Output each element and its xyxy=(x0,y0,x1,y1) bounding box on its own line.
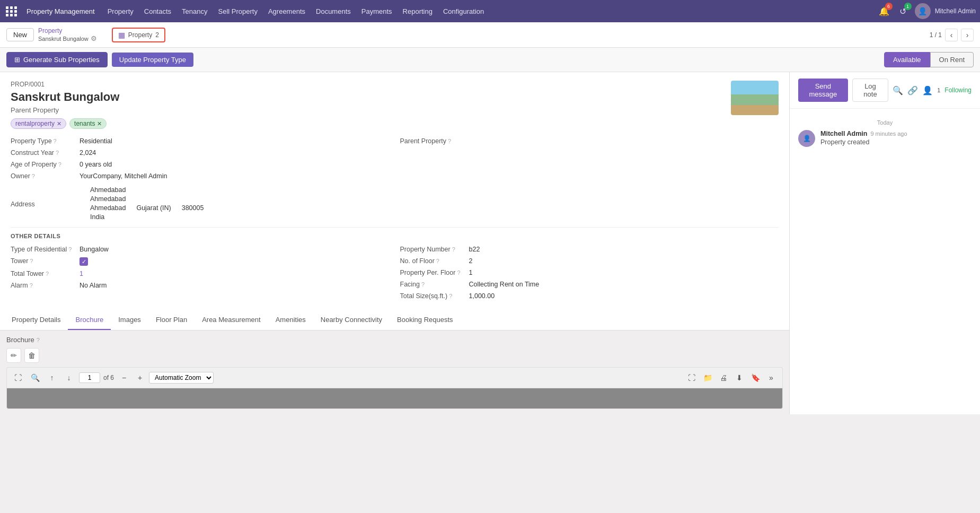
send-message-button[interactable]: Send message xyxy=(798,79,848,102)
total-tower-help[interactable]: ? xyxy=(46,271,49,277)
nav-item-tenancy[interactable]: Tenancy xyxy=(176,0,213,22)
breadcrumb-parent[interactable]: Property xyxy=(38,27,97,34)
pencil-icon: ✏ xyxy=(11,351,17,360)
pdf-print-button[interactable]: 🖨 xyxy=(717,371,730,385)
address-section: Address Ahmedabad Ahmedabad Ahmedabad Gu… xyxy=(11,186,779,221)
pdf-fullscreen-button[interactable]: ⛶ xyxy=(11,371,25,385)
user-avatar[interactable]: 👤 xyxy=(915,3,931,19)
tower-row: Tower ? ✓ xyxy=(11,255,390,268)
address-line2: Ahmedabad xyxy=(90,195,204,203)
log-note-button[interactable]: Log note xyxy=(852,79,888,102)
address-line1: Ahmedabad xyxy=(90,186,204,194)
tab-brochure[interactable]: Brochure xyxy=(68,310,111,330)
no-of-floor-help[interactable]: ? xyxy=(436,258,439,264)
brochure-help[interactable]: ? xyxy=(37,337,40,343)
pdf-zoom-plus-button[interactable]: + xyxy=(133,371,147,385)
chat-avatar-inner: 👤 xyxy=(798,130,815,147)
nav-items: Property Contacts Tenancy Sell Property … xyxy=(102,0,875,22)
type-residential-help[interactable]: ? xyxy=(68,246,72,253)
nav-item-reporting[interactable]: Reporting xyxy=(398,0,438,22)
chat-message: 👤 Mitchell Admin 9 minutes ago Property … xyxy=(798,130,972,147)
tags-container: rentalproperty ✕ tenants ✕ xyxy=(11,118,779,129)
nav-item-payments[interactable]: Payments xyxy=(356,0,398,22)
tab-nearby-connectivity[interactable]: Nearby Connectivity xyxy=(313,310,390,330)
parent-property-label: Parent Property ? xyxy=(400,137,469,145)
update-property-type-button[interactable]: Update Property Type xyxy=(112,53,193,67)
user-name[interactable]: Mitchell Admin xyxy=(935,7,976,15)
tab-booking-requests[interactable]: Booking Requests xyxy=(390,310,461,330)
alarm-help[interactable]: ? xyxy=(30,282,33,289)
tag-rentalproperty[interactable]: rentalproperty ✕ xyxy=(11,118,66,129)
pdf-zoom-select[interactable]: Automatic Zoom xyxy=(149,372,214,384)
pdf-prev-page-button[interactable]: ↑ xyxy=(45,371,59,385)
property-type-help[interactable]: ? xyxy=(54,138,57,144)
property-per-floor-row: Property Per. Floor ? 1 xyxy=(400,267,779,279)
parent-property-help[interactable]: ? xyxy=(448,138,451,144)
pagination-text: 1 / 1 xyxy=(930,31,942,39)
tag-rentalproperty-remove[interactable]: ✕ xyxy=(57,120,61,127)
facing-row: Facing ? Collecting Rent on Time xyxy=(400,279,779,290)
nav-item-agreements[interactable]: Agreements xyxy=(263,0,311,22)
nav-item-documents[interactable]: Documents xyxy=(311,0,356,22)
breadcrumb-child: Sanskrut Bungalow xyxy=(38,36,89,42)
follower-count: 1 xyxy=(937,87,940,93)
activity-icon[interactable]: ↺1 xyxy=(896,4,911,19)
nav-item-configuration[interactable]: Configuration xyxy=(438,0,489,22)
property-image xyxy=(731,81,779,115)
notifications-icon[interactable]: 🔔6 xyxy=(877,4,891,19)
owner-help[interactable]: ? xyxy=(32,173,35,179)
status-available-button[interactable]: Available xyxy=(884,52,930,67)
pdf-zoom-out-icon[interactable]: 🔍 xyxy=(28,371,42,385)
pdf-next-page-button[interactable]: ↓ xyxy=(62,371,76,385)
link-icon[interactable]: 🔗 xyxy=(907,85,918,95)
tab-images[interactable]: Images xyxy=(111,310,148,330)
construct-year-help[interactable]: ? xyxy=(56,150,59,156)
tower-help[interactable]: ? xyxy=(30,258,33,264)
following-button[interactable]: Following xyxy=(944,86,972,94)
tag-tenants-remove[interactable]: ✕ xyxy=(97,120,102,127)
pdf-more-button[interactable]: » xyxy=(764,371,778,385)
tower-checkbox[interactable]: ✓ xyxy=(80,257,88,266)
no-of-floor-label: No. of Floor ? xyxy=(400,257,469,265)
nav-item-contacts[interactable]: Contacts xyxy=(139,0,176,22)
nav-item-sell-property[interactable]: Sell Property xyxy=(213,0,263,22)
tab-floor-plan[interactable]: Floor Plan xyxy=(148,310,195,330)
gear-icon[interactable]: ⚙ xyxy=(91,34,97,42)
pdf-download-button[interactable]: ⬇ xyxy=(732,371,746,385)
generate-sub-properties-button[interactable]: ⊞ Generate Sub Properties xyxy=(6,52,108,67)
pdf-open-folder-button[interactable]: 📁 xyxy=(701,371,714,385)
breadcrumb: Property Sanskrut Bungalow ⚙ xyxy=(38,27,97,42)
new-button[interactable]: New xyxy=(6,28,34,41)
next-page-button[interactable]: › xyxy=(961,29,974,41)
right-panel-icons: 🔍 🔗 👤 1 Following xyxy=(893,79,972,102)
right-panel-actions: Send message Log note 🔍 🔗 👤 1 Following xyxy=(790,72,980,109)
facing-help[interactable]: ? xyxy=(421,281,425,288)
brochure-delete-button[interactable]: 🗑 xyxy=(24,348,39,363)
tab-amenities[interactable]: Amenities xyxy=(268,310,313,330)
nav-property-management[interactable]: Property Management xyxy=(21,0,100,22)
nav-item-property[interactable]: Property xyxy=(102,0,139,22)
pdf-bookmark-button[interactable]: 🔖 xyxy=(748,371,762,385)
pdf-page-input[interactable] xyxy=(79,372,100,383)
pdf-toggle-sidebar-button[interactable]: ⛶ xyxy=(685,371,699,385)
pdf-zoom-minus-button[interactable]: − xyxy=(117,371,131,385)
property-number-help[interactable]: ? xyxy=(452,246,455,253)
age-help[interactable]: ? xyxy=(58,161,61,168)
property-type-row: Property Type ? Residential xyxy=(11,135,390,147)
property-tab-highlighted[interactable]: ▦ Property 2 xyxy=(112,28,165,42)
property-per-floor-help[interactable]: ? xyxy=(457,269,460,276)
tab-area-measurement[interactable]: Area Measurement xyxy=(195,310,268,330)
apps-menu-icon[interactable] xyxy=(4,4,19,19)
user-icon[interactable]: 👤 xyxy=(922,85,933,95)
owner-row: Owner ? YourCompany, Mitchell Admin xyxy=(11,170,390,182)
prev-page-button[interactable]: ‹ xyxy=(945,29,958,41)
prop-title: Sanskrut Bungalow xyxy=(11,90,779,104)
search-icon[interactable]: 🔍 xyxy=(893,85,903,95)
tag-tenants-label: tenants xyxy=(74,120,95,127)
tab-property-details[interactable]: Property Details xyxy=(4,310,68,330)
status-on-rent-button[interactable]: On Rent xyxy=(930,52,974,67)
total-tower-value[interactable]: 1 xyxy=(80,270,83,277)
tag-tenants[interactable]: tenants ✕ xyxy=(69,118,107,129)
brochure-edit-button[interactable]: ✏ xyxy=(6,348,21,363)
total-size-help[interactable]: ? xyxy=(449,293,452,299)
